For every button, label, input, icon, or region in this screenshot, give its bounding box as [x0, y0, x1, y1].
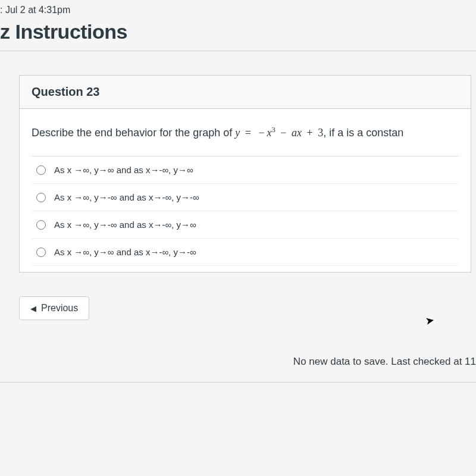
- exponent: 3: [272, 126, 275, 134]
- divider-bottom: [0, 382, 476, 383]
- op-minus: −: [275, 127, 292, 139]
- answer-option[interactable]: As x →∞, y→-∞ and as x→-∞, y→-∞: [32, 184, 459, 211]
- answer-option[interactable]: As x →∞, y→-∞ and as x→-∞, y→∞: [32, 211, 459, 239]
- radio-input[interactable]: [36, 248, 46, 257]
- var-x: x: [267, 127, 272, 139]
- page-title: z Instructions: [0, 20, 476, 43]
- due-timestamp: : Jul 2 at 4:31pm: [0, 5, 476, 15]
- radio-input[interactable]: [36, 165, 46, 175]
- divider: [0, 51, 476, 51]
- answer-label: As x →∞, y→-∞ and as x→-∞, y→∞: [54, 220, 196, 230]
- save-status: No new data to save. Last checked at 11: [0, 356, 476, 368]
- question-body: Describe the end behavior for the graph …: [20, 109, 471, 272]
- chevron-left-icon: ◀: [30, 304, 36, 313]
- radio-input[interactable]: [36, 220, 46, 230]
- op-neg: −: [256, 127, 267, 139]
- op-plus: +: [302, 127, 318, 139]
- question-header: Question 23: [20, 76, 471, 109]
- prompt-text-suffix: , if a is a constan: [323, 127, 403, 139]
- nav-area: ◀ Previous: [19, 296, 476, 320]
- var-ax: ax: [292, 127, 302, 139]
- answer-label: As x →∞, y→-∞ and as x→-∞, y→-∞: [54, 192, 199, 202]
- equation: y = −x3 − ax + 3: [235, 127, 323, 139]
- answer-label: As x →∞, y→∞ and as x→-∞, y→-∞: [54, 247, 196, 257]
- answer-list: As x →∞, y→∞ and as x→-∞, y→∞ As x →∞, y…: [32, 156, 459, 266]
- question-card: Question 23 Describe the end behavior fo…: [19, 75, 471, 273]
- previous-label: Previous: [41, 303, 78, 314]
- answer-label: As x →∞, y→∞ and as x→-∞, y→∞: [54, 165, 193, 175]
- answer-option[interactable]: As x →∞, y→∞ and as x→-∞, y→-∞: [32, 239, 459, 266]
- previous-button[interactable]: ◀ Previous: [19, 296, 89, 320]
- question-prompt: Describe the end behavior for the graph …: [32, 126, 459, 139]
- radio-input[interactable]: [36, 193, 46, 202]
- const-3: 3: [318, 127, 323, 139]
- prompt-text-prefix: Describe the end behavior for the graph …: [32, 127, 235, 139]
- question-title: Question 23: [32, 85, 459, 99]
- answer-option[interactable]: As x →∞, y→∞ and as x→-∞, y→∞: [32, 156, 459, 184]
- op-eq: =: [240, 127, 256, 139]
